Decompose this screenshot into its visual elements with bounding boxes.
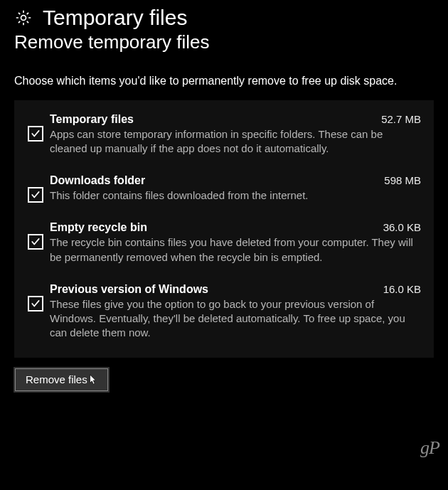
- item-title: Downloads folder: [50, 174, 145, 187]
- list-item: Downloads folder 598 MB This folder cont…: [21, 174, 421, 203]
- checkbox-downloads-folder[interactable]: [28, 187, 43, 203]
- cursor-icon: [89, 374, 97, 385]
- intro-text: Choose which items you'd like to permane…: [14, 73, 434, 89]
- checkbox-previous-windows[interactable]: [28, 296, 43, 311]
- list-item: Temporary files 52.7 MB Apps can store t…: [21, 113, 421, 156]
- item-title: Temporary files: [50, 113, 134, 126]
- item-description: These files give you the option to go ba…: [50, 297, 421, 341]
- page-title: Temporary files: [43, 6, 187, 30]
- page-header: Temporary files: [14, 6, 434, 30]
- page-subtitle: Remove temporary files: [14, 31, 434, 53]
- checkbox-temporary-files[interactable]: [28, 126, 43, 142]
- temp-files-panel: Temporary files 52.7 MB Apps can store t…: [14, 100, 434, 358]
- checkbox-empty-recycle-bin[interactable]: [28, 234, 43, 250]
- item-size: 52.7 MB: [381, 113, 421, 125]
- button-label: Remove files: [26, 373, 87, 385]
- gear-icon: [14, 9, 33, 27]
- item-size: 16.0 KB: [383, 283, 421, 295]
- item-size: 598 MB: [384, 174, 421, 186]
- item-title: Previous version of Windows: [50, 283, 208, 296]
- item-title: Empty recycle bin: [50, 221, 147, 234]
- list-item: Previous version of Windows 16.0 KB Thes…: [21, 283, 421, 341]
- item-description: The recycle bin contains files you have …: [50, 235, 421, 265]
- item-description: Apps can store temporary information in …: [50, 127, 421, 156]
- item-description: This folder contains files downloaded fr…: [50, 188, 421, 203]
- list-item: Empty recycle bin 36.0 KB The recycle bi…: [21, 221, 421, 265]
- remove-files-button[interactable]: Remove files: [14, 368, 109, 392]
- item-size: 36.0 KB: [383, 221, 421, 233]
- watermark: gP: [420, 437, 439, 459]
- svg-point-0: [21, 16, 26, 21]
